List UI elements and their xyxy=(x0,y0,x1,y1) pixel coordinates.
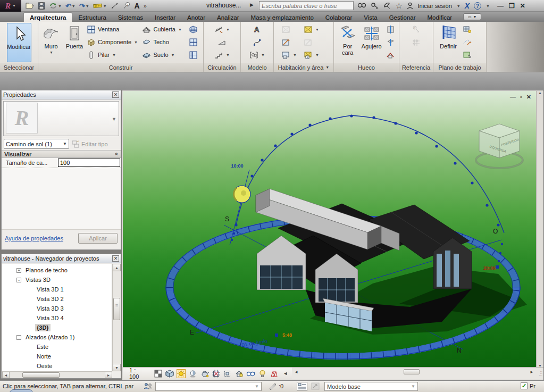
active-design-option-combo[interactable]: Modelo base▼ xyxy=(324,382,418,391)
tab-analizar[interactable]: Analizar xyxy=(211,13,245,22)
panel-label[interactable]: Plano de trabajo xyxy=(438,64,481,71)
press-drag-checkbox[interactable]: ✓ xyxy=(521,382,528,389)
panel-label[interactable]: Referencia xyxy=(402,64,430,71)
view-horizontal-scrollbar[interactable]: ◄ ► xyxy=(292,368,543,379)
text-icon[interactable]: A xyxy=(135,1,140,11)
scroll-up-icon[interactable]: ▲ xyxy=(537,91,543,95)
expander-icon[interactable]: - xyxy=(16,278,21,282)
drawing-canvas[interactable]: 10:00 5:48 20:06 01 de junio S O E N IZQ… xyxy=(123,91,537,368)
rendering-dialog-icon[interactable] xyxy=(200,369,209,378)
sign-in-button[interactable]: Iniciar sesión xyxy=(418,3,452,9)
expander-icon[interactable]: - xyxy=(16,335,21,340)
hueco-vertical-button[interactable] xyxy=(386,36,397,48)
tab-modificar[interactable]: Modificar xyxy=(422,13,458,22)
tag-icon[interactable]: 1 xyxy=(123,1,131,11)
view-minimize-button[interactable]: — xyxy=(510,94,516,101)
cubierta-button[interactable]: Cubierta ▼ xyxy=(142,23,188,36)
viewbar-collapse-icon[interactable]: ◄ xyxy=(281,369,290,378)
panel-label[interactable]: Construir xyxy=(109,64,133,71)
curtain-system-button[interactable] xyxy=(189,23,202,36)
ventana-button[interactable]: Ventana xyxy=(87,23,141,36)
reveal-hidden-elements-icon[interactable] xyxy=(258,369,267,378)
scale-button[interactable]: 1 : 100 xyxy=(125,367,151,380)
locked-3d-view-icon[interactable] xyxy=(235,369,244,378)
properties-close-icon[interactable]: ✕ xyxy=(112,91,119,98)
tab-estructura[interactable]: Estructura xyxy=(72,13,112,22)
tab-sistemas[interactable]: Sistemas xyxy=(112,13,149,22)
favorites-star-icon[interactable]: ☆ xyxy=(396,1,403,11)
help-icon[interactable]: ? xyxy=(474,2,481,10)
qat-expand-icon[interactable]: » xyxy=(144,1,147,11)
design-options-dialog-icon[interactable] xyxy=(297,382,307,391)
scrollbar-thumb[interactable] xyxy=(404,369,420,374)
analytical-model-icon[interactable] xyxy=(270,369,279,378)
tree-item-vista-3d-4[interactable]: Vista 3D 4 xyxy=(2,313,112,323)
tab-masa[interactable]: Masa y emplazamiento xyxy=(245,13,320,22)
worksets-combo[interactable]: ▼ xyxy=(155,382,262,391)
scroll-left-icon[interactable]: ◄ xyxy=(2,372,10,378)
definir-button[interactable]: Definir xyxy=(437,23,460,62)
tree-item-vista-3d-1[interactable]: Vista 3D 1 xyxy=(2,285,112,294)
undo-icon[interactable]: ↶▼ xyxy=(65,1,76,11)
escalera-button[interactable]: ▼ xyxy=(214,48,230,61)
scrollbar-thumb[interactable] xyxy=(113,298,120,320)
show-crop-region-icon[interactable] xyxy=(223,369,232,378)
sunrise-time-label[interactable]: 5:48 xyxy=(282,332,292,338)
texto-modelo-button[interactable]: A xyxy=(253,23,262,36)
element-selector-combo[interactable]: Camino de sol (1)▼ xyxy=(4,139,69,149)
search-input[interactable] xyxy=(260,2,353,10)
close-button[interactable]: ✕ xyxy=(520,2,525,10)
design-options-icon[interactable] xyxy=(269,382,277,390)
area-button[interactable]: ▼ xyxy=(304,23,328,36)
etiquetar-habitacion-button[interactable]: ▼ xyxy=(281,48,303,61)
scrollbar-thumb[interactable] xyxy=(22,372,60,378)
property-value-input[interactable] xyxy=(58,159,120,167)
properties-help-link[interactable]: Ayuda de propiedades xyxy=(5,235,63,241)
tab-insertar[interactable]: Insertar xyxy=(149,13,181,22)
scroll-up-icon[interactable]: ▲ xyxy=(113,264,121,271)
mostrar-plano-button[interactable] xyxy=(463,23,475,36)
communication-center-icon[interactable] xyxy=(383,1,391,11)
browser-close-icon[interactable]: ✕ xyxy=(112,255,119,262)
temporary-hide-isolate-icon[interactable] xyxy=(246,369,255,378)
redo-icon[interactable]: ↷▼ xyxy=(79,1,89,11)
help-dropdown-icon[interactable]: ▼ xyxy=(486,4,490,8)
etiquetar-area-button[interactable]: ▼ xyxy=(304,48,328,61)
plano-referencia-button[interactable] xyxy=(463,36,475,48)
sun-path-icon[interactable] xyxy=(177,369,186,378)
view-vertical-scrollbar[interactable]: ▲ ▼ xyxy=(536,91,543,368)
tree-item-3d-active[interactable]: {3D} xyxy=(2,323,112,332)
rampa-button[interactable] xyxy=(217,36,227,48)
browser-vertical-scrollbar[interactable]: ▲ ▼ xyxy=(112,264,120,371)
minimize-button[interactable]: — xyxy=(497,2,504,10)
search-go-icon[interactable] xyxy=(357,1,366,11)
tree-item-planos-de-techo[interactable]: +Planos de techo xyxy=(2,265,112,275)
techo-button[interactable]: Techo xyxy=(142,36,188,48)
tree-item-norte[interactable]: Norte xyxy=(2,352,112,361)
curtain-grid-button[interactable] xyxy=(189,36,202,48)
barandilla-button[interactable]: ▼ xyxy=(214,23,230,36)
title-expand-icon[interactable]: ▶ xyxy=(250,2,254,7)
tab-vista[interactable]: Vista xyxy=(358,13,383,22)
scroll-right-icon[interactable]: ► xyxy=(105,372,112,378)
edit-type-button[interactable]: Editar tipo xyxy=(72,140,108,148)
type-selector-preview[interactable]: R ▼ xyxy=(3,101,119,136)
tree-item-este[interactable]: Este xyxy=(2,342,112,352)
tab-arquitectura[interactable]: Arquitectura xyxy=(23,12,72,22)
scroll-left-icon[interactable]: ◄ xyxy=(294,370,298,374)
properties-header[interactable]: Propiedades ✕ xyxy=(2,90,121,99)
save-icon[interactable] xyxy=(38,1,45,11)
subscription-key-icon[interactable] xyxy=(371,1,379,11)
detail-level-icon[interactable] xyxy=(154,369,163,378)
view-close-button[interactable]: ✕ xyxy=(526,94,531,101)
linea-modelo-button[interactable] xyxy=(253,36,262,48)
type-preview-dropdown-icon[interactable]: ▼ xyxy=(112,116,116,122)
view-cube[interactable]: IZQUIERDA POSTERIOR xyxy=(476,124,523,168)
worksets-icon[interactable] xyxy=(144,382,153,390)
section-collapse-icon[interactable]: » xyxy=(114,153,120,156)
sign-in-dropdown-icon[interactable]: ▼ xyxy=(457,4,461,8)
exchange-apps-icon[interactable]: X xyxy=(465,2,470,10)
por-cara-button[interactable]: Por cara xyxy=(338,23,357,62)
suelo-button[interactable]: Suelo ▼ xyxy=(142,48,188,61)
agujero-button[interactable]: Agujero xyxy=(360,23,382,62)
